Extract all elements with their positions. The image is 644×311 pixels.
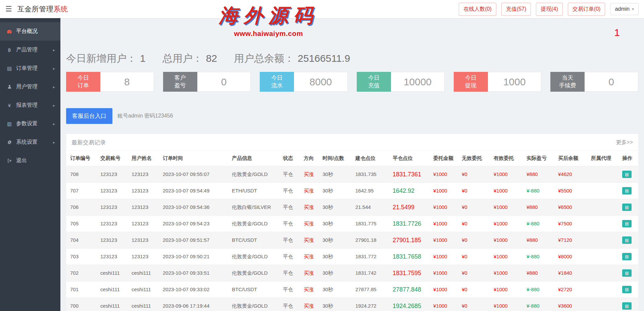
sidebar-item-label: 产品管理 bbox=[16, 46, 38, 53]
stat-card-today-recharge: 今日 充值 10000 bbox=[357, 72, 445, 92]
sidebar-item-user-management[interactable]: 用户管理 ▸ bbox=[0, 78, 60, 96]
hamburger-menu-icon[interactable]: ☰ bbox=[5, 5, 12, 13]
stat-card-value: 0 bbox=[197, 72, 251, 92]
cell-balance: ¥2720 bbox=[555, 281, 588, 298]
sidebar-item-label: 系统设置 bbox=[16, 139, 38, 146]
cell-close: 1831.7595 bbox=[390, 265, 431, 281]
cell-operation: ▤ bbox=[620, 183, 639, 199]
trades-table-body: 7081231231231232023-10-07 09:55:07伦敦黄金/G… bbox=[66, 166, 639, 311]
customer-service-backend-button[interactable]: 客服后台入口 bbox=[66, 108, 112, 124]
cell-invalid: ¥0 bbox=[459, 183, 491, 199]
stat-card-today-fees: 当天 手续费 0 bbox=[550, 72, 638, 92]
cell-agent bbox=[588, 199, 620, 216]
sidebar-item-label: 订单管理 bbox=[16, 65, 38, 72]
withdraw-button[interactable]: 提现(4) bbox=[536, 3, 563, 16]
cell-product: ETH/USDT bbox=[229, 183, 280, 199]
summary-label: 今日新增用户： bbox=[66, 52, 137, 65]
cell-valid: ¥1000 bbox=[491, 166, 524, 183]
sidebar-item-product-management[interactable]: ฿ 产品管理 ▸ bbox=[0, 41, 60, 59]
view-order-button[interactable]: ▤ bbox=[622, 204, 632, 211]
cell-valid: ¥1000 bbox=[491, 183, 524, 199]
admin-user-menu[interactable]: admin ▾ bbox=[610, 3, 639, 15]
cell-duration: 30秒 bbox=[320, 298, 353, 311]
stat-card-label: 当天 手续费 bbox=[550, 72, 585, 92]
trades-table: 订单编号 交易账号 用户姓名 订单时间 产品信息 状态 方向 时间/点数 建仓点… bbox=[66, 151, 639, 311]
app-title: 互金所管理系统 bbox=[17, 4, 68, 14]
chevron-right-icon: ▸ bbox=[53, 66, 55, 71]
cell-time: 2023-10-07 09:51:57 bbox=[160, 232, 229, 249]
col-close-price: 平仓点位 bbox=[390, 151, 431, 166]
cell-direction: 买涨 bbox=[301, 249, 320, 265]
sidebar-item-order-management[interactable]: ▤ 订单管理 ▸ bbox=[0, 59, 60, 78]
cell-amount: ¥1000 bbox=[431, 199, 459, 216]
cell-open: 1642.95 bbox=[353, 183, 390, 199]
cell-direction: 买涨 bbox=[301, 232, 320, 249]
cell-close: 27877.848 bbox=[390, 281, 431, 298]
user-icon bbox=[5, 84, 13, 89]
summary-value: 25166511.9 bbox=[298, 53, 350, 64]
sidebar-item-label: 报表管理 bbox=[16, 102, 38, 109]
view-order-button[interactable]: ▤ bbox=[622, 269, 632, 277]
summary-value: 1 bbox=[140, 53, 146, 64]
cell-direction: 买涨 bbox=[301, 281, 320, 298]
cell-direction: 买涨 bbox=[301, 216, 320, 232]
table-header-row: 订单编号 交易账号 用户姓名 订单时间 产品信息 状态 方向 时间/点数 建仓点… bbox=[66, 151, 639, 166]
recharge-button[interactable]: 充值(57) bbox=[501, 3, 531, 16]
view-order-button[interactable]: ▤ bbox=[622, 302, 632, 310]
cell-profit: ¥-880 bbox=[524, 183, 555, 199]
online-users-button[interactable]: 在线人数(0) bbox=[459, 3, 496, 16]
sidebar-item-logout[interactable]: 退出 bbox=[0, 151, 60, 170]
view-order-button[interactable]: ▤ bbox=[622, 171, 632, 178]
sidebar-item-system-settings[interactable]: 系统设置 ▸ bbox=[0, 133, 60, 151]
cell-time: 2023-10-07 09:50:21 bbox=[160, 249, 229, 265]
cell-balance: ¥6500 bbox=[555, 199, 588, 216]
cell-valid: ¥1000 bbox=[491, 199, 524, 216]
sidebar-item-parameter-settings[interactable]: ▥ 参数设置 ▸ bbox=[0, 115, 60, 133]
sidebar-item-report-management[interactable]: ¥ 报表管理 ▸ bbox=[0, 96, 60, 115]
trade-orders-button[interactable]: 交易订单(0) bbox=[568, 3, 605, 16]
cell-time: 2023-10-07 09:54:36 bbox=[160, 199, 229, 216]
chevron-right-icon: ▸ bbox=[53, 48, 55, 52]
more-link[interactable]: 更多>> bbox=[616, 139, 633, 146]
cell-duration: 30秒 bbox=[320, 232, 353, 249]
view-order-button[interactable]: ▤ bbox=[622, 253, 632, 260]
stat-card-today-turnover: 今日 流水 8000 bbox=[260, 72, 348, 92]
view-order-button[interactable]: ▤ bbox=[622, 187, 632, 194]
cell-product: 伦敦黄金/GOLD bbox=[229, 166, 280, 183]
col-balance-after: 买后余额 bbox=[555, 151, 588, 166]
cell-account: 123123 bbox=[98, 216, 129, 232]
cell-direction: 买涨 bbox=[301, 298, 320, 311]
table-row: 7061231231231232023-10-07 09:54:36伦敦白银/S… bbox=[66, 199, 639, 216]
logout-icon bbox=[5, 158, 13, 163]
stat-cards-row: 今日 订单 8 客户 盈亏 0 今日 流水 8000 今日 充值 10000 今… bbox=[66, 72, 638, 92]
bitcoin-icon: ฿ bbox=[5, 47, 13, 53]
cell-time: 2023-10-07 09:55:07 bbox=[160, 166, 229, 183]
page-marker: 1 bbox=[614, 27, 620, 38]
cell-operation: ▤ bbox=[620, 216, 639, 232]
summary-new-users: 今日新增用户： 1 bbox=[66, 52, 146, 65]
table-row: 702ceshi111ceshi1112023-10-07 09:33:51伦敦… bbox=[66, 265, 639, 281]
cell-duration: 30秒 bbox=[320, 249, 353, 265]
cell-account: 123123 bbox=[98, 249, 129, 265]
panel-header: 最新交易记录 更多>> bbox=[66, 134, 638, 151]
parameters-icon: ▥ bbox=[5, 121, 13, 127]
admin-user-label: admin bbox=[615, 6, 630, 12]
view-order-button[interactable]: ▤ bbox=[622, 286, 632, 293]
cell-product: 伦敦黄金/GOLD bbox=[229, 298, 280, 311]
cell-name: 123123 bbox=[129, 166, 160, 183]
cell-account: ceshi111 bbox=[98, 298, 129, 311]
cell-name: ceshi111 bbox=[129, 265, 160, 281]
cell-balance: ¥3600 bbox=[555, 298, 588, 311]
cell-open: 21.544 bbox=[353, 199, 390, 216]
cell-status: 平仓 bbox=[280, 183, 301, 199]
chevron-right-icon: ▸ bbox=[53, 85, 55, 89]
cell-operation: ▤ bbox=[620, 249, 639, 265]
cell-time: 2023-10-07 09:33:02 bbox=[160, 281, 229, 298]
sidebar-item-platform-overview[interactable]: 平台概况 bbox=[0, 22, 60, 41]
cell-amount: ¥1000 bbox=[431, 298, 459, 311]
view-order-button[interactable]: ▤ bbox=[622, 236, 632, 244]
view-order-button[interactable]: ▤ bbox=[622, 220, 632, 227]
cell-id: 704 bbox=[66, 232, 98, 249]
cell-product: 伦敦黄金/GOLD bbox=[229, 216, 280, 232]
panel-title: 最新交易记录 bbox=[71, 139, 106, 146]
